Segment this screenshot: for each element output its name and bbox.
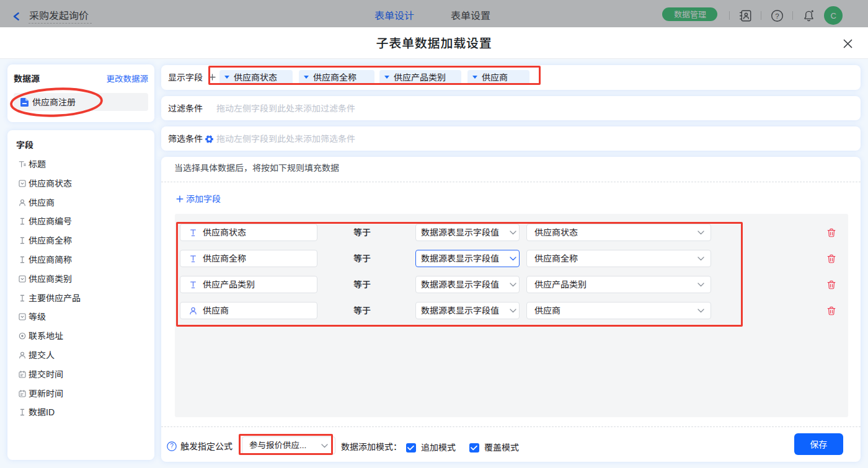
svg-text:?: ? [775, 12, 779, 20]
svg-text:?: ? [170, 443, 174, 449]
